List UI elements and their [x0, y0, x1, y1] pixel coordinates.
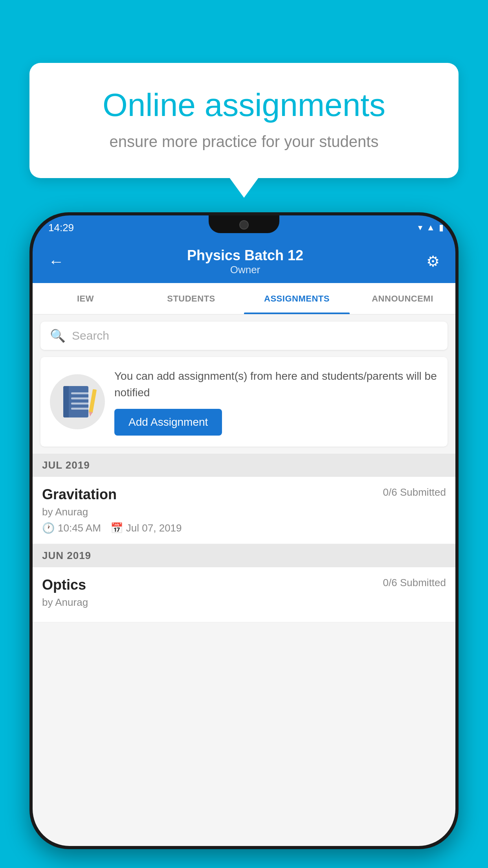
- notebook-spine: [63, 386, 69, 417]
- calendar-icon: 📅: [110, 522, 123, 534]
- pencil-icon: [89, 389, 97, 413]
- assignment-submitted-optics: 0/6 Submitted: [383, 577, 446, 589]
- assignment-by: by Anurag: [42, 506, 446, 518]
- promo-icon-circle: [50, 374, 105, 429]
- notebook-line-1: [71, 392, 89, 394]
- bubble-title: Online assignments: [61, 86, 427, 123]
- section-header-jun: JUN 2019: [33, 544, 455, 567]
- phone-screen: 14:29 ▾ ▲ ▮ ← Physics Batch 12 Owner ⚙ I…: [33, 215, 455, 846]
- assignment-item-optics[interactable]: Optics 0/6 Submitted by Anurag: [33, 567, 455, 622]
- notebook-icon: [63, 386, 92, 417]
- section-header-jul: JUL 2019: [33, 454, 455, 477]
- assignment-item-gravitation[interactable]: Gravitation 0/6 Submitted by Anurag 🕐 10…: [33, 477, 455, 544]
- assignment-header-optics: Optics 0/6 Submitted: [42, 577, 446, 593]
- status-icons: ▾ ▲ ▮: [418, 223, 444, 233]
- promo-text-area: You can add assignment(s) from here and …: [114, 368, 438, 436]
- bubble-subtitle: ensure more practice for your students: [61, 133, 427, 151]
- date-item: 📅 Jul 07, 2019: [110, 522, 182, 534]
- tab-iew[interactable]: IEW: [33, 283, 138, 314]
- clock-icon: 🕐: [42, 522, 55, 534]
- status-time: 14:29: [48, 222, 74, 234]
- assignment-date: Jul 07, 2019: [126, 522, 182, 534]
- promo-description: You can add assignment(s) from here and …: [114, 368, 438, 401]
- assignment-time: 10:45 AM: [58, 522, 101, 534]
- wifi-icon: ▾: [418, 223, 422, 233]
- assignment-header: Gravitation 0/6 Submitted: [42, 486, 446, 503]
- notebook-line-3: [71, 403, 89, 405]
- time-item: 🕐 10:45 AM: [42, 522, 101, 534]
- assignment-datetime: 🕐 10:45 AM 📅 Jul 07, 2019: [42, 522, 446, 534]
- assignment-title-optics: Optics: [42, 577, 86, 593]
- assignment-title: Gravitation: [42, 486, 117, 503]
- settings-button[interactable]: ⚙: [422, 249, 444, 274]
- tab-assignments[interactable]: ASSIGNMENTS: [244, 283, 350, 314]
- notebook-line-4: [71, 408, 89, 410]
- search-placeholder: Search: [72, 329, 109, 342]
- app-bar-title: Physics Batch 12: [68, 247, 422, 264]
- screen-content: 🔍 Search: [33, 314, 455, 846]
- phone-frame: 14:29 ▾ ▲ ▮ ← Physics Batch 12 Owner ⚙ I…: [29, 212, 459, 849]
- app-bar-subtitle: Owner: [68, 264, 422, 276]
- back-button[interactable]: ←: [44, 249, 68, 274]
- notebook-lines: [71, 392, 89, 413]
- camera: [239, 220, 249, 230]
- speech-bubble: Online assignments ensure more practice …: [29, 63, 459, 178]
- app-bar: ← Physics Batch 12 Owner ⚙: [33, 240, 455, 283]
- search-icon: 🔍: [50, 328, 66, 343]
- assignment-submitted: 0/6 Submitted: [383, 486, 446, 498]
- signal-icon: ▲: [426, 223, 435, 233]
- tab-announcements[interactable]: ANNOUNCEMI: [350, 283, 455, 314]
- notebook-line-2: [71, 397, 89, 399]
- add-assignment-button[interactable]: Add Assignment: [114, 409, 222, 436]
- battery-icon: ▮: [439, 223, 444, 233]
- phone-notch: [209, 215, 279, 233]
- tab-students[interactable]: STUDENTS: [138, 283, 244, 314]
- app-bar-title-area: Physics Batch 12 Owner: [68, 247, 422, 276]
- assignment-by-optics: by Anurag: [42, 596, 446, 609]
- tabs-bar: IEW STUDENTS ASSIGNMENTS ANNOUNCEMI: [33, 283, 455, 314]
- promo-card: You can add assignment(s) from here and …: [40, 357, 448, 447]
- search-bar[interactable]: 🔍 Search: [40, 322, 448, 350]
